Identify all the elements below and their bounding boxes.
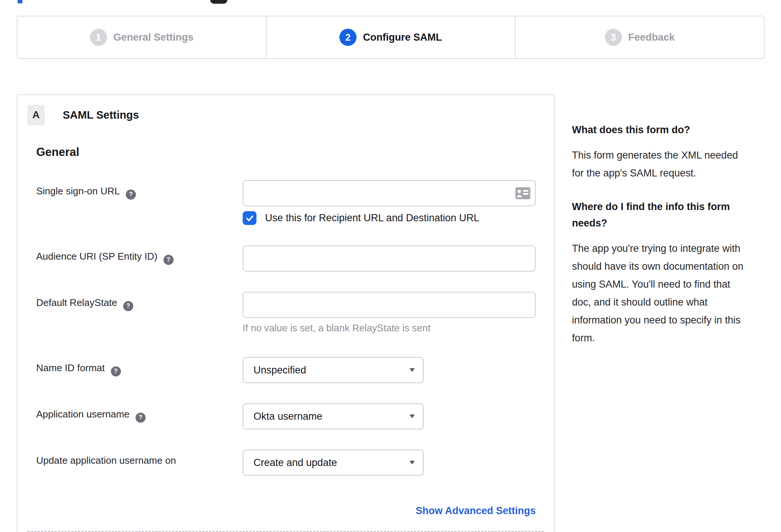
step-configure-saml[interactable]: 2 Configure SAML xyxy=(266,16,515,58)
name-id-format-label: Name ID format? xyxy=(36,357,243,383)
relay-state-input-wrap xyxy=(243,292,536,318)
help-icon[interactable]: ? xyxy=(136,413,146,423)
section-title-general: General xyxy=(36,145,554,159)
recipient-destination-checkbox[interactable] xyxy=(243,211,256,225)
audience-uri-input-wrap xyxy=(243,245,536,272)
relay-state-hint: If no value is set, a blank RelayState i… xyxy=(243,322,536,334)
step-number-badge: 2 xyxy=(339,29,357,46)
name-id-format-select[interactable]: Unspecified xyxy=(243,357,424,383)
help-icon[interactable]: ? xyxy=(164,255,174,265)
panel-title: SAML Settings xyxy=(63,109,139,121)
sidebar-question-where: Where do I find the info this form needs… xyxy=(572,198,762,231)
section-badge-a: A xyxy=(27,105,45,125)
clipped-element-fragment xyxy=(210,0,227,4)
step-number-badge: 1 xyxy=(90,29,107,46)
saml-general-form: Single sign-on URL? xyxy=(36,180,554,517)
checkbox-label: Use this for Recipient URL and Destinati… xyxy=(265,212,479,224)
checkmark-icon xyxy=(245,214,254,223)
sso-url-label: Single sign-on URL? xyxy=(36,180,243,225)
sso-url-input-wrap xyxy=(243,180,536,206)
application-username-field-row: Application username? Okta username xyxy=(36,403,554,429)
relay-state-control: If no value is set, a blank RelayState i… xyxy=(243,292,536,334)
selected-option-label: Create and update xyxy=(253,457,337,469)
relay-state-input[interactable] xyxy=(243,292,536,318)
update-username-select[interactable]: Create and update xyxy=(243,450,424,476)
step-number-badge: 3 xyxy=(605,29,622,46)
application-username-select[interactable]: Okta username xyxy=(243,403,424,429)
setup-wizard-stepper: 1 General Settings 2 Configure SAML 3 Fe… xyxy=(17,16,765,59)
selected-option-label: Okta username xyxy=(253,411,323,422)
sso-url-field-row: Single sign-on URL? xyxy=(36,180,554,225)
field-label-text: Name ID format xyxy=(36,362,105,373)
show-advanced-settings-link[interactable]: Show Advanced Settings xyxy=(416,505,536,516)
help-icon[interactable]: ? xyxy=(111,366,121,376)
field-label-text: Default RelayState xyxy=(36,297,117,308)
field-label-text: Single sign-on URL xyxy=(36,185,120,197)
field-label-text: Application username xyxy=(36,409,130,420)
relay-state-label: Default RelayState? xyxy=(36,292,243,334)
saml-settings-panel: A SAML Settings General Single sign-on U… xyxy=(17,94,555,532)
selected-option-label: Unspecified xyxy=(253,364,306,376)
step-label: Configure SAML xyxy=(363,32,442,43)
dropdown-arrow-icon xyxy=(410,368,415,372)
relay-state-field-row: Default RelayState? If no value is set, … xyxy=(36,292,554,334)
sidebar-answer-where: The app you're trying to integrate with … xyxy=(572,240,762,347)
audience-uri-input[interactable] xyxy=(243,245,536,272)
field-label-text: Update application username on xyxy=(36,455,176,466)
audience-uri-label: Audience URI (SP Entity ID)? xyxy=(36,245,243,272)
sidebar-question-what: What does this form do? xyxy=(572,122,762,138)
sso-url-control: Use this for Recipient URL and Destinati… xyxy=(243,180,536,225)
step-feedback[interactable]: 3 Feedback xyxy=(515,16,764,58)
clipped-page-title-fragment xyxy=(18,0,22,3)
panel-header: A SAML Settings xyxy=(27,105,554,125)
advanced-settings-row: Show Advanced Settings xyxy=(36,505,536,517)
help-icon[interactable]: ? xyxy=(126,190,136,200)
contact-card-icon[interactable] xyxy=(515,187,530,200)
recipient-checkbox-row: Use this for Recipient URL and Destinati… xyxy=(243,211,536,225)
dropdown-arrow-icon xyxy=(410,461,415,464)
dropdown-arrow-icon xyxy=(410,414,415,418)
step-label: Feedback xyxy=(628,32,675,43)
update-username-label: Update application username on xyxy=(36,450,243,476)
help-icon[interactable]: ? xyxy=(123,301,133,311)
sidebar-answer-what: This form generates the XML needed for t… xyxy=(572,146,762,182)
sso-url-input[interactable] xyxy=(243,180,536,206)
name-id-format-field-row: Name ID format? Unspecified xyxy=(36,357,554,383)
update-username-field-row: Update application username on Create an… xyxy=(36,450,554,476)
help-sidebar: What does this form do? This form genera… xyxy=(572,122,762,347)
step-general-settings[interactable]: 1 General Settings xyxy=(18,16,266,58)
step-label: General Settings xyxy=(113,32,194,43)
application-username-label: Application username? xyxy=(36,403,243,429)
field-label-text: Audience URI (SP Entity ID) xyxy=(36,251,158,262)
audience-uri-field-row: Audience URI (SP Entity ID)? xyxy=(36,245,554,272)
